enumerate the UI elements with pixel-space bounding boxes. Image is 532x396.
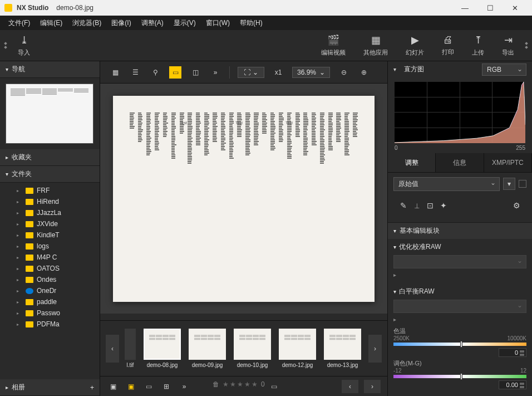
filmstrip-next-button[interactable]: › [368,335,382,363]
folder-item[interactable]: ▸KindleT [0,229,100,241]
filmstrip-thumb[interactable]: l.tif [125,329,136,368]
label-button[interactable]: ▭ [268,380,280,393]
map-view-button[interactable]: ⚲ [149,66,161,79]
chevron-right-icon[interactable]: ▸ [393,272,396,278]
next-image-button[interactable]: › [364,380,381,393]
tint-slider[interactable] [393,375,526,378]
filmstrip-thumb[interactable]: demo-12.jpg [279,329,316,368]
eyedropper-tool[interactable]: ✎ [397,199,410,212]
print-button[interactable]: 🖨打印 [439,32,457,59]
straighten-tool[interactable]: ⟂ [410,199,423,212]
chevron-right-icon[interactable]: ▸ [393,316,396,322]
trash-icon[interactable]: 🗑 [213,380,219,393]
add-icon[interactable]: + [90,384,94,392]
zoom-fit-select[interactable]: ⛶⌄ [238,67,264,78]
favorites-panel-header[interactable]: ▸收藏夹 [0,149,100,166]
more-layout-button[interactable]: » [178,380,190,393]
window-maximize-button[interactable]: ☐ [477,0,503,16]
nav-panel-header[interactable]: ▾导航 [0,61,100,78]
menu-view[interactable]: 显示(V) [169,16,201,30]
tint-value-input[interactable]: 0.00 [499,380,526,389]
zoom-value-select[interactable]: 36.9%⌄ [292,67,330,78]
horizontal-scrollbar[interactable] [100,314,387,320]
menu-file[interactable]: 文件(F) [3,16,35,30]
folder-item[interactable]: ▸logs [0,241,100,252]
star-3[interactable]: ★ [237,380,243,393]
slideshow-button[interactable]: ▶幻灯片 [402,32,427,59]
temp-value-input[interactable]: 0 [499,348,526,357]
folder-item[interactable]: ▸OneDr [0,285,100,296]
temp-slider[interactable] [393,343,526,346]
more-views-button[interactable]: » [209,66,221,79]
single-view-button[interactable]: ▭ [169,66,181,79]
basic-section-header[interactable]: ▾ 基本编辑板块 [388,222,532,239]
channel-select[interactable]: RGB [482,63,526,76]
edit-video-button[interactable]: 🎬编辑视频 [318,32,349,59]
zoom-out-button[interactable]: ⊖ [338,66,350,79]
star-4[interactable]: ★ [244,380,250,393]
folder-item[interactable]: ▸Ondes [0,274,100,285]
zoom-1x-button[interactable]: x1 [272,66,284,79]
zoom-in-button[interactable]: ⊕ [358,66,370,79]
left-panel-grabber[interactable] [4,35,7,57]
menu-edit[interactable]: 编辑(E) [35,16,67,30]
optimize-select[interactable] [393,255,526,268]
menu-browser[interactable]: 浏览器(B) [67,16,106,30]
filmstrip-thumb[interactable]: demo-10.jpg [234,329,271,368]
folder-item[interactable]: ▸M4P C [0,252,100,263]
filmstrip-thumb[interactable]: demo-09.jpg [189,329,226,368]
menu-window[interactable]: 窗口(W) [201,16,235,30]
menu-help[interactable]: 帮助(H) [235,16,268,30]
optimize-header[interactable]: ▾ 优化校准 RAW [393,242,526,252]
prev-image-button[interactable]: ‹ [342,380,358,393]
preset-del-button[interactable] [519,180,526,188]
layout-grid-button[interactable]: ⊞ [160,380,173,393]
nav-thumbnail[interactable] [0,78,100,149]
stack-on-button[interactable]: ▣ [125,380,137,393]
preset-save-button[interactable]: ▾ [503,178,515,190]
folder-item[interactable]: ▸PDFMa [0,319,100,330]
image-viewer[interactable]: Test Test Test [100,84,387,314]
filmstrip-thumb[interactable]: demo-08.jpg [144,329,181,368]
star-5[interactable]: ★ [252,380,258,393]
window-close-button[interactable]: ✕ [503,0,528,16]
layout-1-button[interactable]: ▭ [142,380,155,393]
list-view-button[interactable]: ☰ [129,66,141,79]
preset-select[interactable]: 原始值 [393,177,500,191]
folder-item[interactable]: ▸HiRend [0,196,100,207]
whitebalance-header[interactable]: ▾ 白平衡 RAW [393,287,526,296]
tab-xmp-iptc[interactable]: XMP/IPTC [484,153,532,172]
import-button[interactable]: ⤓ 导入 [14,32,33,59]
menu-adjust[interactable]: 调整(A) [136,16,169,30]
folder-item[interactable]: ▸FRF [0,185,100,196]
chevron-right-icon: ▸ [6,154,8,160]
tab-adjust[interactable]: 调整 [388,153,436,172]
crop-tool[interactable]: ⊡ [423,199,437,212]
star-1[interactable]: ★ [223,380,229,393]
star-2[interactable]: ★ [230,380,236,393]
export-button[interactable]: ⇥导出 [499,32,518,59]
filmstrip-thumb[interactable]: demo-13.jpg [324,329,361,368]
folders-panel-header[interactable]: ▾文件夹 [0,166,100,183]
whitebalance-select[interactable] [393,300,526,313]
folder-item[interactable]: ▸paddle [0,296,100,307]
right-panel-grabber[interactable] [525,35,528,57]
menu-image[interactable]: 图像(I) [106,16,136,30]
other-apps-button[interactable]: ▦其他应用 [360,32,391,59]
folder-item[interactable]: ▸JJazzLa [0,207,100,218]
filmstrip-prev-button[interactable]: ‹ [106,335,119,363]
albums-panel-header[interactable]: ▸相册+ [0,379,100,396]
tab-info[interactable]: 信息 [436,153,484,172]
stack-off-button[interactable]: ▣ [107,380,119,393]
grid-view-button[interactable]: ▦ [109,66,121,79]
brush-tool[interactable]: ✦ [437,199,450,212]
window-minimize-button[interactable]: — [452,0,477,16]
folder-item[interactable]: ▸OATOS [0,263,100,274]
folder-item[interactable]: ▸JXVide [0,218,100,229]
upload-button[interactable]: ⤒上传 [469,32,487,59]
folder-name: JXVide [37,220,58,228]
folder-item[interactable]: ▸Passwo [0,307,100,319]
compare-view-button[interactable]: ◫ [189,66,201,79]
document-filename: demo-08.jpg [56,4,93,12]
gear-icon[interactable]: ⚙ [510,199,523,212]
